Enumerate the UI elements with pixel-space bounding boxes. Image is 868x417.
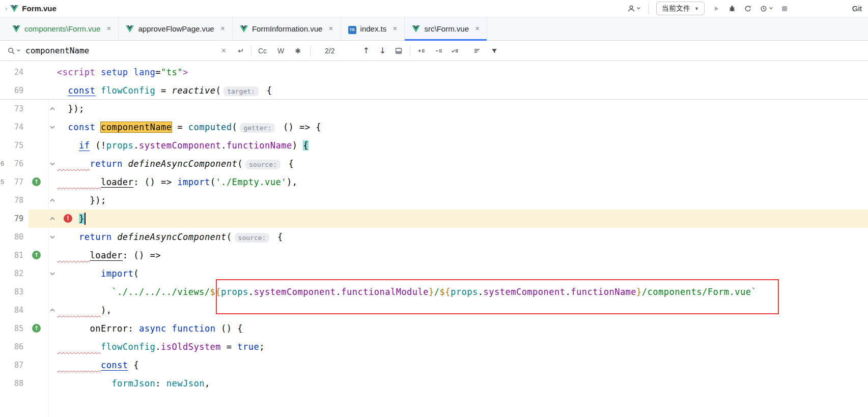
fold-end-icon[interactable] xyxy=(49,307,55,313)
code-token: ( xyxy=(227,232,232,242)
remove-occurrence-button[interactable] xyxy=(434,47,442,55)
fold-start-icon[interactable] xyxy=(49,124,55,130)
editor-tab[interactable]: components\Form.vue✕ xyxy=(5,17,119,40)
code-token: . xyxy=(221,140,227,151)
tab-close-icon[interactable]: ✕ xyxy=(220,25,225,32)
tab-close-icon[interactable]: ✕ xyxy=(393,25,397,32)
code-text: import( xyxy=(57,264,139,283)
tab-label: index.ts xyxy=(360,24,387,33)
code-token xyxy=(95,122,101,132)
code-token: computed xyxy=(188,122,232,132)
code-token xyxy=(57,232,79,242)
line-number: 73 xyxy=(0,100,23,118)
editor-tab[interactable]: approveFlowPage.vue✕ xyxy=(119,17,232,40)
breadcrumb-chevron-icon[interactable]: › xyxy=(5,5,7,12)
code-line[interactable]: 75 if (!props.systemComponent.functionNa… xyxy=(0,136,868,155)
code-line[interactable]: 88 formJson: newJson, xyxy=(0,374,868,393)
tab-close-icon[interactable]: ✕ xyxy=(475,25,480,32)
next-match-button[interactable]: ↓ xyxy=(379,46,386,55)
select-all-occurrences-button[interactable] xyxy=(451,47,459,55)
code-text: <script setup lang="ts"> xyxy=(57,63,188,81)
find-bar: componentName ✕ Cc W ✱ 2/2 ↑ ↓ xyxy=(0,41,868,61)
match-case-toggle[interactable]: Cc xyxy=(258,47,267,55)
code-token: }); xyxy=(57,104,85,114)
editor-tab[interactable]: FormInformation.vue✕ xyxy=(233,17,341,40)
add-occurrence-button[interactable] xyxy=(417,47,425,55)
editor-tab[interactable]: TSindex.ts✕ xyxy=(341,17,405,40)
code-line[interactable]: 24<script setup lang="ts"> xyxy=(0,63,868,81)
chevron-down-icon xyxy=(637,7,640,10)
code-line[interactable]: 87 const { xyxy=(0,356,868,374)
override-marker-icon[interactable]: ↑ xyxy=(32,324,41,333)
override-marker-icon[interactable]: ↑ xyxy=(32,177,41,186)
fold-end-icon[interactable] xyxy=(49,106,55,112)
inlay-hint: source: xyxy=(235,233,270,243)
prev-match-button[interactable]: ↑ xyxy=(362,46,369,55)
tab-close-icon[interactable]: ✕ xyxy=(328,25,333,32)
editor-tab[interactable]: src\Form.vue✕ xyxy=(405,17,487,40)
filter-button[interactable] xyxy=(490,47,498,55)
titlebar: › Form.vue 当前文件 ▼ xyxy=(0,0,868,17)
words-toggle[interactable]: W xyxy=(277,47,284,55)
filter-lines-button[interactable] xyxy=(473,47,481,55)
fold-end-icon[interactable] xyxy=(49,216,55,222)
code-token: = xyxy=(155,85,172,96)
code-token: <script xyxy=(57,67,95,77)
run-button[interactable] xyxy=(712,5,720,13)
debug-button[interactable] xyxy=(728,5,736,13)
editor[interactable]: 24<script setup lang="ts">69 const flowC… xyxy=(0,61,868,417)
stop-button[interactable] xyxy=(780,5,789,13)
override-marker-icon[interactable]: ↑ xyxy=(32,251,41,259)
code-line[interactable]: 775↑ loader: () => import('./Empty.vue')… xyxy=(0,173,868,191)
line-number: 85 xyxy=(0,319,23,338)
rerun-coverage-button[interactable] xyxy=(744,5,752,13)
line-number: 83 xyxy=(0,283,23,301)
fold-start-icon[interactable] xyxy=(49,161,55,167)
code-line[interactable]: 86 flowConfig.isOldSystem = true; xyxy=(0,338,868,356)
search-query[interactable]: componentName xyxy=(25,46,219,55)
code-token: { xyxy=(283,159,294,169)
user-icon[interactable] xyxy=(627,5,640,13)
code-line[interactable]: 73 }); xyxy=(0,100,868,118)
clear-search-icon[interactable]: ✕ xyxy=(221,47,227,54)
code-line[interactable]: 85↑ onError: async function () { xyxy=(0,319,868,338)
newline-toggle-icon[interactable] xyxy=(236,47,244,55)
code-line[interactable]: 74 const componentName = computed(getter… xyxy=(0,118,868,136)
code-token xyxy=(57,177,101,187)
regex-toggle[interactable]: ✱ xyxy=(295,47,301,55)
code-line[interactable]: 80 return defineAsyncComponent(source: { xyxy=(0,228,868,246)
search-icon[interactable] xyxy=(7,47,20,55)
run-config-select[interactable]: 当前文件 ▼ xyxy=(656,2,705,15)
tab-close-icon[interactable]: ✕ xyxy=(106,25,111,32)
code-line[interactable]: 766 return defineAsyncComponent(source: … xyxy=(0,155,868,173)
code-token: flowConfig xyxy=(101,342,155,352)
line-number: 79 xyxy=(0,210,23,228)
profiler-button[interactable] xyxy=(760,5,773,13)
code-token: return xyxy=(90,159,122,169)
code-token: import xyxy=(177,177,210,187)
open-in-tool-window-button[interactable] xyxy=(395,47,403,55)
code-token: { xyxy=(303,140,309,151)
code-text: return defineAsyncComponent(source: { xyxy=(57,228,283,247)
code-line[interactable]: 69 const flowConfig = reactive(target: { xyxy=(0,81,868,100)
code-line[interactable]: 79! } xyxy=(0,210,868,228)
code-line[interactable]: 81↑ loader: () => xyxy=(0,246,868,264)
error-icon[interactable]: ! xyxy=(64,214,72,223)
code-token xyxy=(128,67,134,77)
code-token: () => { xyxy=(277,122,321,132)
code-text: const componentName = computed(getter: (… xyxy=(57,118,321,137)
fold-start-icon[interactable] xyxy=(49,234,55,240)
code-token: setup xyxy=(101,67,128,77)
code-token: ), xyxy=(101,305,111,315)
git-label[interactable]: Git xyxy=(852,4,862,13)
typescript-icon: TS xyxy=(348,26,356,34)
line-number: 75 xyxy=(0,136,23,155)
code-token: , xyxy=(205,378,210,389)
code-token: formJson xyxy=(111,378,155,389)
fold-start-icon[interactable] xyxy=(49,271,55,277)
code-token xyxy=(57,269,101,279)
code-line[interactable]: 78 }); xyxy=(0,191,868,210)
fold-end-icon[interactable] xyxy=(49,197,55,203)
search-history-chevron-icon xyxy=(17,49,20,52)
vue-icon xyxy=(126,25,134,33)
